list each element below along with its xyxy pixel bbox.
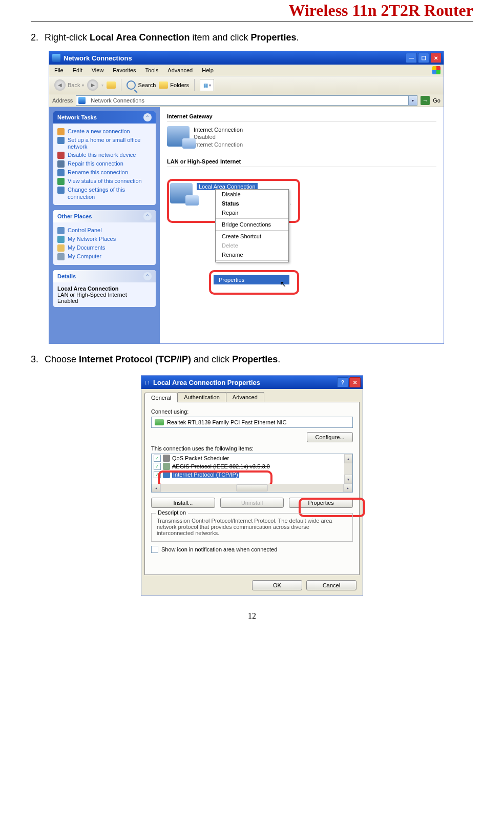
horizontal-scrollbar[interactable]: ◂ ▸ [152,484,352,492]
menu-tools[interactable]: Tools [145,67,159,73]
place-item[interactable]: My Documents [57,244,152,252]
description-legend: Description [156,509,188,516]
address-label: Address [52,97,73,104]
address-dropdown[interactable]: ▾ [408,96,417,105]
menu-shortcut[interactable]: Create Shortcut [216,232,288,241]
help-button[interactable]: ? [337,377,348,387]
task-label: Rename this connection [68,169,128,176]
task-item[interactable]: Disable this network device [57,152,152,159]
nic-icon [155,419,164,425]
back-label: Back [68,82,80,88]
close-button[interactable]: ✕ [430,53,442,63]
place-item[interactable]: Control Panel [57,227,152,234]
menu-rename[interactable]: Rename [216,250,288,259]
place-item[interactable]: My Network Places [57,236,152,243]
control-panel-icon [57,227,65,234]
configure-button[interactable]: Configure... [307,432,353,442]
tab-advanced[interactable]: Advanced [226,392,264,402]
list-item-aegis[interactable]: ✓ AEGIS Protocol (IEEE 802.1x) v3.5.3.0 [152,462,352,470]
scroll-thumb[interactable] [236,484,268,491]
address-icon [78,97,86,104]
task-item[interactable]: Change settings of this connection [57,187,152,200]
checkbox-icon[interactable]: ✓ [154,455,161,462]
task-label: Change settings of this connection [68,187,152,200]
show-icon-checkbox[interactable] [151,546,158,553]
tab-authentication[interactable]: Authentication [177,392,226,402]
scroll-up-icon[interactable]: ▴ [344,454,352,463]
task-item[interactable]: View status of this connection [57,178,152,185]
dialog-titlebar[interactable]: ↓↑ Local Area Connection Properties ? ✕ [141,376,363,389]
menu-edit[interactable]: Edit [73,67,82,73]
menu-properties[interactable]: Properties [214,275,289,284]
folders-button[interactable]: Folders [159,81,189,89]
task-item[interactable]: Set up a home or small office network [57,137,152,150]
details-line2: LAN or High-Speed Internet [57,292,152,298]
search-button[interactable]: Search [127,80,156,90]
go-button[interactable]: → [421,96,430,105]
internet-connection-item[interactable]: Internet Connection Disabled Internet Co… [167,126,436,148]
forward-button[interactable]: ► [87,79,98,91]
place-label: My Computer [68,253,101,260]
vertical-scrollbar[interactable]: ▴ ▾ [344,454,352,484]
scroll-down-icon[interactable]: ▾ [344,475,352,484]
menu-favorites[interactable]: Favorites [113,67,136,73]
repair-icon [57,160,65,168]
address-input[interactable]: Network Connections ▾ [76,95,417,106]
step-3-mid: and click [191,354,232,364]
main-pane: Internet Gateway Internet Connection Dis… [160,107,444,344]
components-list[interactable]: ✓ QoS Packet Scheduler ✓ AEGIS Protocol … [151,454,353,493]
list-item-qos[interactable]: ✓ QoS Packet Scheduler [152,454,352,462]
place-item[interactable]: My Computer [57,253,152,260]
task-item[interactable]: Create a new connection [57,128,152,135]
aegis-label: AEGIS Protocol (IEEE 802.1x) v3.5.3.0 [172,463,270,469]
chevron-up-icon: ⌃ [143,272,152,280]
details-head[interactable]: Details ⌃ [53,270,156,282]
show-icon-row[interactable]: Show icon in notification area when conn… [151,546,353,553]
step-3-pre: Choose [45,354,79,364]
ok-button[interactable]: OK [252,580,302,590]
scroll-left-icon[interactable]: ◂ [152,484,161,492]
titlebar[interactable]: Network Connections — ❐ ✕ [49,51,444,65]
menu-repair[interactable]: Repair [216,208,288,217]
step-3-b2: Properties [232,354,278,364]
menu-view[interactable]: View [92,67,104,73]
uninstall-button[interactable]: Uninstall [220,498,284,508]
menu-delete[interactable]: Delete [216,241,288,250]
menu-disable[interactable]: Disable [216,190,288,199]
my-computer-icon [57,253,65,260]
views-button[interactable]: ▦▾ [200,79,214,91]
tab-general[interactable]: General [144,393,178,402]
network-connections-window: Network Connections — ❐ ✕ File Edit View… [49,51,444,344]
network-tasks-head[interactable]: Network Tasks ⌃ [53,111,156,124]
menu-help[interactable]: Help [202,67,214,73]
task-item[interactable]: Rename this connection [57,169,152,176]
list-item-tcpip[interactable]: ✓ Internet Protocol (TCP/IP) [152,470,352,479]
properties-button[interactable]: Properties [289,498,353,508]
step-2: 2. Right-click Local Area Connection ite… [31,32,473,43]
menu-status[interactable]: Status [216,199,288,208]
home-network-icon [57,137,65,144]
menu-advanced[interactable]: Advanced [167,67,193,73]
toolbar: ◄ Back ▾ ► ▾ Search Folders ▦▾ [49,76,444,94]
up-button[interactable] [107,81,116,89]
other-places-head[interactable]: Other Places ⌃ [53,210,156,222]
checkbox-icon[interactable]: ✓ [154,471,161,478]
menu-bridge[interactable]: Bridge Connections [216,220,288,229]
scroll-right-icon[interactable]: ▸ [343,484,352,492]
close-button[interactable]: ✕ [349,377,361,387]
menubar: File Edit View Favorites Tools Advanced … [49,65,444,76]
network-places-icon [57,236,65,243]
cancel-button[interactable]: Cancel [306,580,356,590]
go-label: Go [433,97,440,104]
menu-file[interactable]: File [54,67,64,73]
task-item[interactable]: Repair this connection [57,160,152,168]
minimize-button[interactable]: — [406,53,417,63]
install-button[interactable]: Install... [151,498,215,508]
description-text: Transmission Control Protocol/Internet P… [157,518,347,536]
place-label: My Network Places [68,236,116,242]
network-tasks-title: Network Tasks [57,114,97,120]
nic-box: Realtek RTL8139 Family PCI Fast Ethernet… [151,417,353,428]
checkbox-icon[interactable]: ✓ [154,463,161,470]
maximize-button[interactable]: ❐ [418,53,429,63]
back-button[interactable]: ◄ Back ▾ [54,79,84,91]
